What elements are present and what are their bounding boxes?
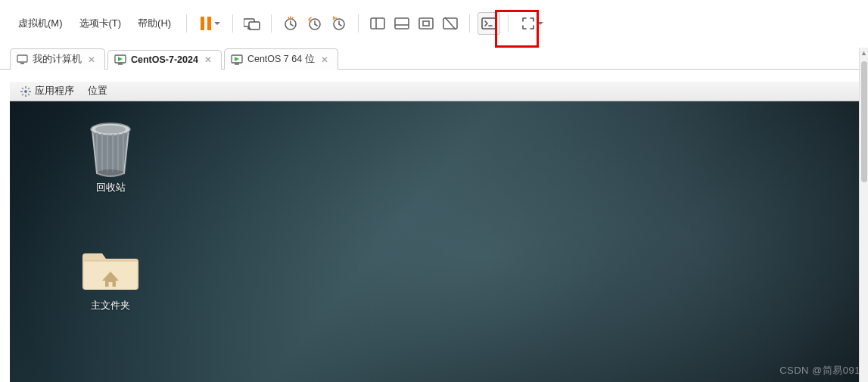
- svg-rect-12: [419, 18, 433, 29]
- view-group: [366, 12, 462, 35]
- svg-rect-25: [235, 64, 239, 65]
- tab-close-button[interactable]: ✕: [319, 54, 330, 65]
- vm-running-icon: [231, 54, 243, 65]
- svg-rect-16: [482, 18, 496, 29]
- separator: [508, 14, 509, 33]
- fullscreen-icon: [521, 17, 535, 30]
- svg-rect-4: [247, 28, 250, 30]
- revert-snapshot-button[interactable]: [303, 12, 326, 35]
- view-sidebar-icon: [370, 17, 385, 30]
- menu-vm[interactable]: 虚拟机(M): [11, 12, 70, 35]
- svg-rect-32: [109, 282, 113, 287]
- view-unity-icon: [418, 17, 434, 30]
- guest-menubar: 应用程序 位置: [10, 82, 868, 101]
- tab-label: CentOS-7-2024: [131, 54, 198, 65]
- manage-snapshot-button[interactable]: [328, 12, 350, 35]
- watermark-text: CSDN @简易091: [779, 364, 860, 377]
- tab-bar: 我的计算机 ✕ CentOS-7-2024 ✕ CentOS 7 64 位 ✕: [0, 47, 868, 70]
- desktop-icon-label: 回收站: [76, 182, 145, 194]
- send-keys-icon: [244, 17, 260, 30]
- home-folder-icon: [76, 238, 145, 298]
- svg-rect-10: [395, 18, 409, 29]
- view-sidebar-button[interactable]: [366, 12, 389, 35]
- guest-menu-places[interactable]: 位置: [82, 82, 114, 100]
- console-icon: [481, 17, 496, 30]
- snapshot-clock-icon: [283, 16, 298, 31]
- tab-close-button[interactable]: ✕: [86, 54, 97, 65]
- separator: [358, 14, 359, 33]
- svg-point-30: [97, 169, 124, 177]
- svg-rect-1: [207, 17, 211, 30]
- desktop-icon-home[interactable]: 主文件夹: [76, 238, 145, 312]
- svg-rect-13: [423, 21, 429, 26]
- svg-rect-8: [371, 18, 384, 29]
- svg-line-15: [445, 17, 456, 30]
- separator: [469, 14, 470, 33]
- svg-marker-21: [118, 57, 123, 61]
- svg-rect-19: [20, 63, 24, 64]
- caret-icon: [537, 22, 543, 25]
- menu-help[interactable]: 帮助(H): [130, 12, 179, 35]
- trash-icon: [76, 120, 145, 180]
- console-view-button[interactable]: [478, 12, 500, 35]
- snapshot-group: [279, 12, 350, 35]
- svg-point-29: [95, 126, 126, 134]
- svg-point-26: [24, 90, 27, 93]
- monitor-icon: [17, 54, 28, 64]
- guest-menu-label: 应用程序: [35, 85, 74, 98]
- svg-rect-18: [17, 55, 27, 62]
- tab-centos-2024[interactable]: CentOS-7-2024 ✕: [107, 50, 222, 70]
- separator: [271, 14, 272, 33]
- guest-menu-applications[interactable]: 应用程序: [14, 82, 80, 100]
- desktop-icon-trash[interactable]: 回收站: [76, 120, 145, 194]
- tab-centos-64[interactable]: CentOS 7 64 位 ✕: [224, 48, 338, 70]
- tab-close-button[interactable]: ✕: [203, 54, 213, 65]
- scroll-thumb[interactable]: [861, 61, 867, 182]
- vm-running-icon: [114, 54, 126, 65]
- desktop-icon-label: 主文件夹: [76, 300, 145, 312]
- pause-button[interactable]: [194, 12, 225, 35]
- send-ctrl-alt-del-button[interactable]: [241, 12, 263, 35]
- view-unity-button[interactable]: [415, 12, 437, 35]
- separator: [186, 14, 187, 33]
- tab-label: 我的计算机: [33, 53, 82, 66]
- vertical-scrollbar[interactable]: ▲: [859, 48, 868, 382]
- view-bottom-icon: [394, 17, 409, 30]
- caret-icon: [214, 22, 220, 25]
- svg-rect-22: [118, 64, 123, 65]
- view-stretch-icon: [443, 17, 458, 30]
- svg-rect-3: [249, 22, 260, 30]
- pause-icon: [200, 17, 212, 30]
- view-stretch-button[interactable]: [439, 12, 462, 35]
- view-bottom-button[interactable]: [390, 12, 413, 35]
- guest-desktop[interactable]: 回收站 主文件夹 CSDN @简易091: [10, 101, 868, 382]
- take-snapshot-button[interactable]: [279, 12, 302, 35]
- snapshot-revert-icon: [307, 16, 322, 31]
- guest-menu-label: 位置: [88, 85, 107, 98]
- main-toolbar: 虚拟机(M) 选项卡(T) 帮助(H): [0, 0, 868, 47]
- guest-panel: 应用程序 位置 回收站: [10, 82, 868, 382]
- snapshot-manage-icon: [331, 16, 347, 31]
- separator: [232, 14, 233, 33]
- fullscreen-button[interactable]: [516, 12, 548, 35]
- tab-my-computer[interactable]: 我的计算机 ✕: [10, 48, 105, 70]
- scroll-up-arrow[interactable]: ▲: [860, 48, 868, 58]
- svg-marker-24: [235, 57, 239, 61]
- tab-label: CentOS 7 64 位: [247, 53, 315, 66]
- svg-rect-0: [201, 17, 204, 30]
- menu-tabs[interactable]: 选项卡(T): [72, 12, 129, 35]
- applications-icon: [20, 86, 31, 97]
